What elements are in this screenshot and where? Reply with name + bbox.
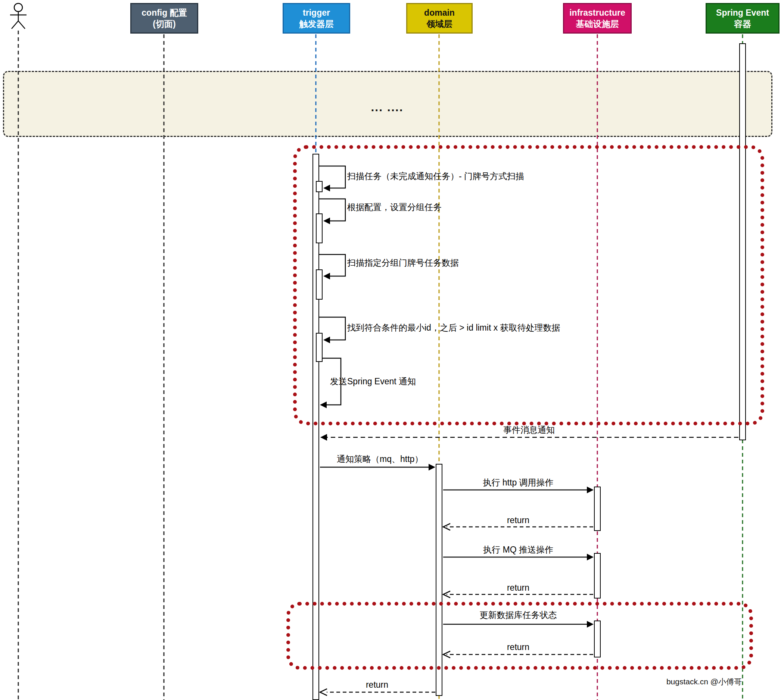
band-ellipsis-label: ... .... [371,100,403,114]
label-notify-strategy: 通知策略（mq、http） [337,453,423,465]
label-update-db: 更新数据库任务状态 [480,609,557,621]
label-final-return: return [366,680,388,690]
self-message-find-min-id [319,317,345,340]
sequence-diagram: config 配置 (切面) trigger 触发器层 domain 领域层 i… [0,0,784,700]
open-arrowheads [320,523,450,695]
label-mq-push: 执行 MQ 推送操作 [483,544,553,556]
label-update-return: return [507,642,529,652]
label-event-notice: 事件消息通知 [503,424,555,436]
label-http-call: 执行 http 调用操作 [483,477,553,488]
self-message-scan-tasks [319,166,345,188]
label-http-return: return [507,515,529,525]
label-scan-tasks: 扫描任务（未完成通知任务）- 门牌号方式扫描 [347,170,524,182]
self-message-group-config [319,199,345,221]
label-mq-return: return [507,583,529,593]
filled-arrowheads [320,185,593,628]
self-message-scan-group [319,255,345,276]
watermark: bugstack.cn @小傅哥 [666,677,742,687]
label-scan-group: 扫描指定分组门牌号任务数据 [347,257,459,269]
label-send-spring-event: 发送Spring Event 通知 [330,376,416,387]
label-find-min-id: 找到符合条件的最小id，之后 > id limit x 获取待处理数据 [347,322,560,333]
label-group-config: 根据配置，设置分组任务 [347,202,442,213]
